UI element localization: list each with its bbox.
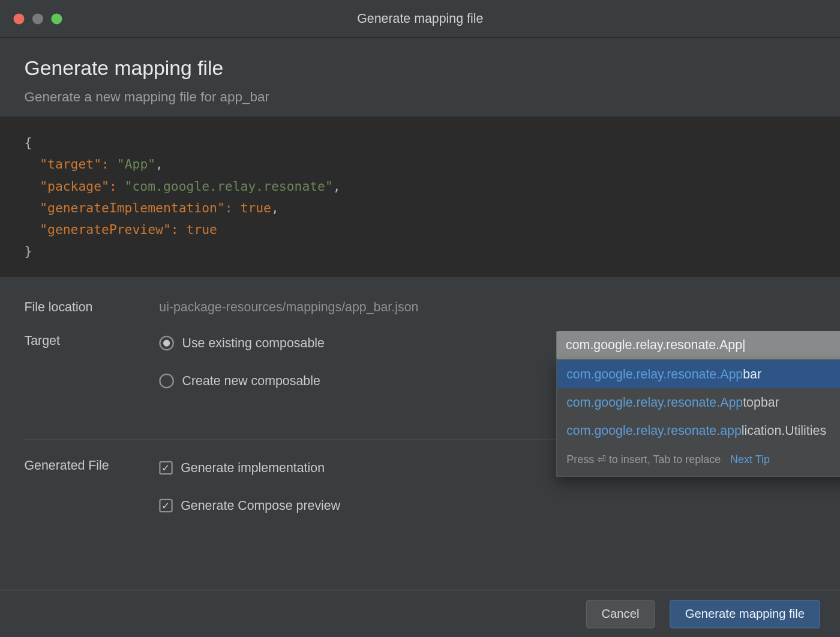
checkbox-icon: ✓ xyxy=(159,461,172,474)
generate-mapping-file-button[interactable]: Generate mapping file xyxy=(670,600,820,628)
code-key: "target" xyxy=(40,157,101,172)
file-location-label: File location xyxy=(24,297,159,314)
autocomplete-rest: lication.Utilities xyxy=(742,423,826,438)
autocomplete-match: com.google.relay.resonate.App xyxy=(566,395,743,409)
code-key: "generateImplementation" xyxy=(40,200,225,215)
autocomplete-item[interactable]: com.google.relay.resonate.Appbar xyxy=(557,360,840,388)
code-key: "generatePreview" xyxy=(40,222,171,237)
autocomplete-rest: bar xyxy=(743,366,761,381)
target-radio-group: Use existing composable Create new compo… xyxy=(159,331,816,393)
autocomplete-popup: com.google.relay.resonate.Appbar com.goo… xyxy=(556,359,840,477)
code-bool: true xyxy=(241,200,271,215)
cancel-button[interactable]: Cancel xyxy=(586,600,655,628)
code-string: "com.google.relay.resonate" xyxy=(125,178,333,193)
code-bool: true xyxy=(187,222,217,237)
autocomplete-match: com.google.relay.resonate.app xyxy=(566,423,742,438)
autocomplete-rest: topbar xyxy=(743,395,779,409)
file-location-value: ui-package-resources/mappings/app_bar.js… xyxy=(159,297,816,314)
autocomplete-item[interactable]: com.google.relay.resonate.Apptopbar xyxy=(557,388,840,416)
enter-key-icon: ⏎ xyxy=(597,454,606,465)
code-brace-close: } xyxy=(24,244,32,259)
radio-label: Create new composable xyxy=(182,373,320,388)
dialog-footer: Cancel Generate mapping file xyxy=(0,590,840,637)
code-brace-open: { xyxy=(24,135,32,150)
checkbox-generate-preview[interactable]: ✓ Generate Compose preview xyxy=(159,494,816,518)
radio-label: Use existing composable xyxy=(182,336,324,351)
checkbox-icon: ✓ xyxy=(159,499,172,512)
radio-icon xyxy=(159,373,174,388)
target-label: Target xyxy=(24,331,159,348)
form-area: File location ui-package-resources/mappi… xyxy=(0,277,840,525)
checkbox-label: Generate Compose preview xyxy=(181,498,340,513)
code-string: "App" xyxy=(117,157,155,172)
target-composable-input[interactable] xyxy=(556,331,840,359)
autocomplete-match: com.google.relay.resonate.App xyxy=(566,366,743,381)
json-preview: { "target": "App", "package": "com.googl… xyxy=(0,116,840,277)
radio-icon xyxy=(159,336,174,351)
titlebar-title: Generate mapping file xyxy=(0,11,840,26)
page-subtitle: Generate a new mapping file for app_bar xyxy=(24,89,816,104)
autocomplete-footer: Press ⏎ to insert, Tab to replace Next T… xyxy=(557,445,840,476)
autocomplete-hint: Press ⏎ to insert, Tab to replace xyxy=(566,453,721,466)
next-tip-link[interactable]: Next Tip xyxy=(730,453,770,465)
titlebar: Generate mapping file xyxy=(0,0,840,38)
autocomplete-item[interactable]: com.google.relay.resonate.application.Ut… xyxy=(557,416,840,444)
page-title: Generate mapping file xyxy=(24,56,816,79)
dialog-window: Generate mapping file Generate mapping f… xyxy=(0,0,840,637)
code-key: "package" xyxy=(40,178,109,193)
generated-file-label: Generated File xyxy=(24,456,159,473)
checkbox-label: Generate implementation xyxy=(181,460,325,475)
dialog-header: Generate mapping file Generate a new map… xyxy=(0,38,840,117)
